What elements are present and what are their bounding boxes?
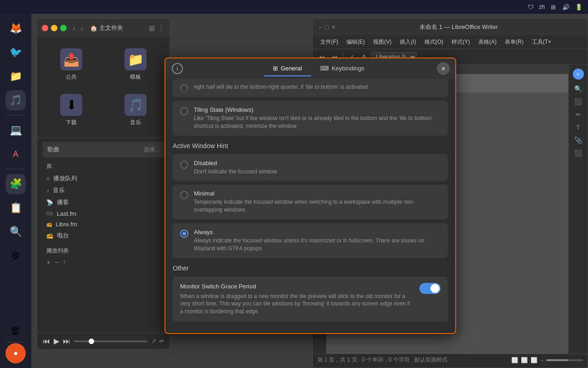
dock-icon-thunderbird[interactable]: 🐦 <box>6 42 26 63</box>
dock-icon-search[interactable]: 🔍 <box>6 222 26 242</box>
file-item-templates[interactable]: 📁 模板 <box>106 45 165 85</box>
breadcrumb-text: 主文件夹 <box>99 24 123 32</box>
prev-track-btn[interactable]: ⏮ <box>43 337 50 345</box>
next-track-btn[interactable]: ⏭ <box>63 337 70 345</box>
folder-downloads-label: 下载 <box>66 119 77 126</box>
library-item-librefm[interactable]: 📻 Libre.fm <box>43 219 164 230</box>
menu-tools[interactable]: 工具(T× <box>528 37 555 47</box>
share-icon[interactable]: ↗ <box>151 338 156 345</box>
menu-styles[interactable]: 样式(Y) <box>448 37 474 47</box>
page-count: 第 1 页，共 1 页 <box>317 356 357 364</box>
dock-icon-appstore[interactable]: A <box>6 144 26 164</box>
menu-insert[interactable]: 插入(I) <box>396 37 419 47</box>
dock-icon-ubuntu[interactable]: ● <box>6 343 26 363</box>
progress-bar[interactable] <box>74 340 147 342</box>
view-mode-1[interactable]: ⬜ <box>511 357 518 363</box>
hint-disabled-radio[interactable] <box>180 161 188 169</box>
library-item-podcast[interactable]: 📡 播客 <box>43 196 164 208</box>
folder-music-icon: 🎵 <box>124 94 147 116</box>
view-mode-3[interactable]: ⬜ <box>531 357 537 363</box>
menu-view[interactable]: 视图(V) <box>369 37 395 47</box>
sidebar-right-icon-2[interactable]: 🔍 <box>574 85 582 92</box>
nav-back-icon[interactable]: ‹ <box>71 23 77 33</box>
active-window-hint-section-title: Active Window Hint <box>173 142 448 150</box>
library-item-music[interactable]: ♪ 音乐 <box>43 184 164 196</box>
maximize-button[interactable] <box>60 25 67 31</box>
menu-form[interactable]: 表单(R) <box>501 37 527 47</box>
lo-close-btn[interactable]: × <box>332 23 335 31</box>
play-pause-btn[interactable]: ▶ <box>54 337 59 345</box>
nav-forward-icon[interactable]: › <box>79 23 85 33</box>
progress-thumb[interactable] <box>89 339 94 344</box>
menu-format[interactable]: 格式(O) <box>421 37 447 47</box>
lo-titlebar: − □ × 未命名 1 — LibreOffice Writer <box>313 19 588 35</box>
folder-downloads-icon: ⬇ <box>60 94 82 116</box>
lo-status-bar: 第 1 页，共 1 页 0 个单词，0 个字符 默认页面样式 ⬜ ⬜ ⬜ − <box>313 354 588 366</box>
sidebar-right-icon-3[interactable]: ⬛ <box>574 98 582 105</box>
close-button[interactable] <box>42 25 48 31</box>
file-item-downloads[interactable]: ⬇ 下载 <box>42 90 101 130</box>
hint-always-radio[interactable] <box>180 230 188 238</box>
monitor-switch-title: Monitor Switch Grace Period <box>180 283 412 290</box>
add-playlist-btn[interactable]: + <box>46 259 51 267</box>
volume-icon: 🔊 <box>561 2 571 12</box>
hint-always-text: Always Always indicate the focused windo… <box>194 229 441 253</box>
dock-icon-files[interactable]: 📁 <box>6 66 26 86</box>
general-tab-icon: ⊞ <box>273 65 278 72</box>
monitor-switch-toggle[interactable] <box>419 283 441 294</box>
dock-icon-rhythmbox[interactable]: 🎵 <box>6 90 26 110</box>
library-label-podcast: 播客 <box>57 198 69 207</box>
sidebar-right-btn-1[interactable]: ≡ <box>573 69 584 80</box>
view-mode-2[interactable]: ⬜ <box>521 357 528 363</box>
file-item-public[interactable]: 📤 公共 <box>42 45 101 85</box>
lo-minimize-btn[interactable]: − <box>318 23 322 31</box>
dock: 🦊 🐦 📁 🎵 💻 A 🧩 📋 🔍 ⚙ 🗑 ● <box>0 14 31 368</box>
keybindings-tab-label: Keybindings <box>332 65 364 72</box>
dock-icon-terminal[interactable]: 💻 <box>6 120 26 140</box>
import-playlist-btn[interactable]: ↑ <box>62 259 66 267</box>
library-item-queue[interactable]: ≡ 播放队列 <box>43 172 164 184</box>
lo-maximize-btn[interactable]: □ <box>325 23 328 31</box>
menu-file[interactable]: 文件(F) <box>317 37 342 47</box>
sidebar-right-icon-4[interactable]: ✏ <box>576 111 581 118</box>
zoom-slider[interactable] <box>546 359 583 361</box>
dialog-close-btn[interactable]: × <box>437 62 450 75</box>
lang-indicator: zh <box>539 4 545 10</box>
dock-icon-settings[interactable]: ⚙ <box>6 246 26 266</box>
shuffle-icon[interactable]: ⇌ <box>159 338 164 345</box>
dock-icon-firefox[interactable]: 🦊 <box>6 18 26 39</box>
partial-radio[interactable] <box>180 84 188 92</box>
sidebar-right-icon-7[interactable]: ⬛ <box>574 150 582 157</box>
lastfm-icon: OS <box>46 211 53 216</box>
hint-minimal-radio[interactable] <box>180 191 188 199</box>
sidebar-right-icon-5[interactable]: T <box>576 124 580 131</box>
dock-icon-extensions[interactable]: 🧩 <box>6 174 26 194</box>
playlist-title: 播放列表 <box>43 245 164 257</box>
style-icon: ≡ <box>577 72 580 77</box>
tab-keybindings[interactable]: ⌨ Keybindings <box>311 61 373 76</box>
dock-icon-trash[interactable]: 🗑 <box>6 321 26 341</box>
dialog-body: right half will tile to the bottom-right… <box>165 79 455 333</box>
menu-edit[interactable]: 编辑(E) <box>343 37 368 47</box>
tab-general[interactable]: ⊞ General <box>264 61 311 76</box>
tiling-state-radio[interactable] <box>180 107 188 115</box>
lo-menubar: 文件(F) 编辑(E) 视图(V) 插入(I) 格式(O) 样式(Y) 表格(A… <box>313 35 588 49</box>
zoom-out-btn[interactable]: − <box>540 357 543 363</box>
view-toggle-icon[interactable]: ⊞ <box>149 24 155 33</box>
sidebar-right-icon-6[interactable]: 📎 <box>574 137 582 144</box>
library-item-radio[interactable]: 📻 电台 <box>43 230 164 242</box>
more-icon[interactable]: ⋮ <box>158 24 165 33</box>
network-icon: ⊞ <box>548 2 558 12</box>
dock-icon-clipboard[interactable]: 📋 <box>6 198 26 218</box>
settings-dialog: i ⊞ General ⌨ Keybindings × right half w… <box>164 58 456 334</box>
file-item-music[interactable]: 🎵 音乐 <box>106 90 165 130</box>
choose-btn[interactable]: 选择... <box>144 146 159 154</box>
minimize-button[interactable] <box>51 25 57 31</box>
menu-table[interactable]: 表格(A) <box>475 37 500 47</box>
monitor-switch-option: Monitor Switch Grace Period When a windo… <box>173 276 448 322</box>
top-bar: 🛡 zh ⊞ 🔊 🔋 <box>0 0 588 14</box>
library-item-lastfm[interactable]: OS Last.fm <box>43 208 164 219</box>
tiling-state-title: Tiling State (Windows) <box>194 106 441 113</box>
file-manager-window: ‹ › 🏠 主文件夹 ⊞ ⋮ 📤 公共 📁 模板 ⬇ 下载 🎵 音乐 <box>37 18 170 350</box>
remove-playlist-btn[interactable]: − <box>54 259 58 267</box>
